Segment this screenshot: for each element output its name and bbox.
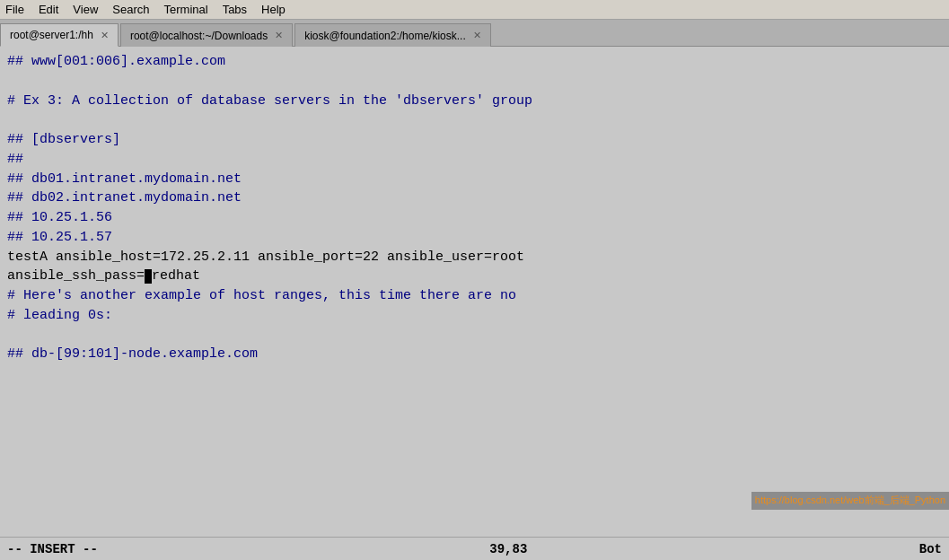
line-15	[7, 326, 942, 346]
line-10: ## 10.25.1.57	[7, 228, 942, 248]
line-2	[7, 72, 942, 92]
line-14: # leading 0s:	[7, 306, 942, 326]
line-3: # Ex 3: A collection of database servers…	[7, 92, 942, 111]
line-8: ## db02.intranet.mydomain.net	[7, 188, 942, 208]
tab-2-close[interactable]: ✕	[473, 31, 481, 40]
tab-2-label: kiosk@foundation2:/home/kiosk...	[304, 30, 466, 42]
watermark: https://blog.csdn.net/web前端_后端_Python	[751, 492, 949, 510]
tab-1-label: root@localhost:~/Downloads	[130, 30, 268, 42]
line-9: ## 10.25.1.56	[7, 208, 942, 228]
line-1: ## www[001:006].example.com	[7, 52, 942, 72]
menu-view[interactable]: View	[73, 3, 98, 16]
tab-0[interactable]: root@server1:/hh ✕	[0, 23, 119, 47]
terminal-content: ## www[001:006].example.com # Ex 3: A co…	[0, 47, 949, 537]
status-scroll: Bot	[919, 542, 942, 556]
menu-terminal[interactable]: Terminal	[164, 3, 208, 16]
menu-help[interactable]: Help	[261, 3, 286, 16]
tab-0-label: root@server1:/hh	[10, 29, 93, 41]
cursor	[145, 269, 152, 284]
line-16: ## db-[99:101]-node.example.com	[7, 345, 942, 364]
line-6: ##	[7, 150, 942, 170]
line-5: ## [dbservers]	[7, 130, 942, 150]
status-position: 39,83	[489, 542, 527, 556]
line-4	[7, 110, 942, 130]
statusbar: -- INSERT -- 39,83 Bot	[0, 537, 949, 560]
line-7: ## db01.intranet.mydomain.net	[7, 170, 942, 189]
line-11: testA ansible_host=172.25.2.11 ansible_p…	[7, 248, 942, 267]
menubar: File Edit View Search Terminal Tabs Help	[0, 0, 949, 20]
menu-file[interactable]: File	[5, 3, 24, 16]
tab-1-close[interactable]: ✕	[275, 31, 283, 40]
status-mode: -- INSERT --	[7, 542, 98, 556]
tab-2[interactable]: kiosk@foundation2:/home/kiosk... ✕	[294, 23, 491, 47]
tabbar: root@server1:/hh ✕ root@localhost:~/Down…	[0, 20, 949, 47]
line-12: ansible_ssh_pass=redhat	[7, 267, 942, 286]
tab-0-close[interactable]: ✕	[101, 31, 109, 40]
menu-tabs[interactable]: Tabs	[223, 3, 247, 16]
menu-search[interactable]: Search	[112, 3, 149, 16]
tab-1[interactable]: root@localhost:~/Downloads ✕	[120, 23, 293, 47]
line-13: # Here's another example of host ranges,…	[7, 286, 942, 306]
menu-edit[interactable]: Edit	[39, 3, 58, 16]
